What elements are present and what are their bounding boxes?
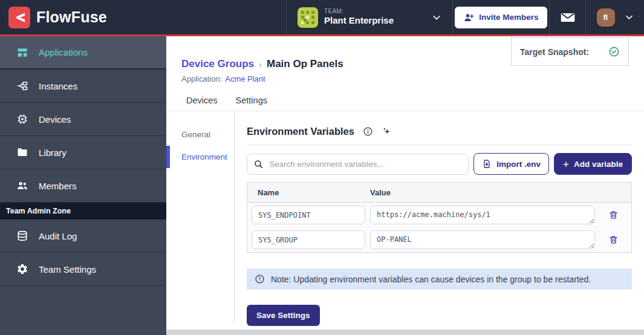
subnav-general-label: General <box>181 130 210 139</box>
check-circle-icon <box>608 46 620 57</box>
instances-icon <box>16 79 29 93</box>
chevron-down-icon <box>625 13 634 22</box>
sidebar-item-label: Audit Log <box>39 231 77 241</box>
sidebar-item-label: Instances <box>39 81 77 91</box>
active-indicator <box>166 146 170 168</box>
sparkles-icon[interactable] <box>382 126 392 137</box>
target-snapshot-box: Target Snapshot: <box>511 37 629 66</box>
sidebar-nav: Applications Instances Devices Library M… <box>0 36 166 335</box>
invite-members-label: Invite Members <box>479 13 538 22</box>
team-name: Plant Enterprise <box>324 15 426 27</box>
application-link[interactable]: Acme Plant <box>225 74 265 83</box>
var-name-input[interactable] <box>252 230 365 249</box>
tab-devices[interactable]: Devices <box>186 96 218 111</box>
column-header-name: Name <box>247 188 365 197</box>
chevron-down-icon <box>432 13 441 22</box>
team-admin-zone-label: Team Admin Zone <box>0 203 166 220</box>
team-avatar-icon <box>298 7 318 28</box>
subnav-environment-label: Environment <box>181 152 227 161</box>
application-line: Application: Acme Plant <box>181 74 629 83</box>
main-content: Device Groups › Main Op Panels Applicati… <box>166 36 644 335</box>
environment-panel: Environment Variables <box>235 111 644 322</box>
sidebar-item-applications[interactable]: Applications <box>0 36 166 70</box>
page-header: Device Groups › Main Op Panels Applicati… <box>166 36 644 83</box>
import-env-button[interactable]: Import .env <box>473 153 549 175</box>
sidebar-item-label: Devices <box>39 114 71 125</box>
applications-icon <box>16 46 29 59</box>
flowfuse-app: FlowFuse TEAM: Plant Enterprise <box>0 0 644 335</box>
folder-icon <box>16 146 29 159</box>
tab-settings[interactable]: Settings <box>236 96 267 111</box>
restart-note-text: Note: Updating environment variables can… <box>271 275 591 284</box>
search-icon <box>253 159 264 169</box>
sidebar-item-devices[interactable]: Devices <box>0 103 166 136</box>
save-settings-button[interactable]: Save Settings <box>247 305 320 326</box>
subnav-item-general[interactable]: General <box>166 123 234 146</box>
invite-section: Invite Members <box>452 0 549 34</box>
section-header: Environment Variables <box>247 126 632 145</box>
database-icon <box>16 229 29 242</box>
delete-variable-button[interactable] <box>608 235 619 245</box>
row-action-cell <box>595 235 631 245</box>
env-toolbar: Import .env + Add variable <box>247 153 632 175</box>
section-title: Environment Variables <box>247 126 354 137</box>
sidebar-item-instances[interactable]: Instances <box>0 70 166 103</box>
page-title: Main Op Panels <box>267 58 343 70</box>
table-row: OP-PANEL <box>247 227 631 252</box>
user-avatar: fl <box>597 8 615 27</box>
table-row: https://acme.machine/sys/1 <box>247 203 631 227</box>
people-icon <box>16 179 29 192</box>
target-snapshot-label: Target Snapshot: <box>520 47 589 57</box>
document-download-icon <box>482 159 492 169</box>
gear-icon <box>16 262 29 276</box>
settings-body: General Environment Environment Variable… <box>166 111 644 322</box>
invite-members-button[interactable]: Invite Members <box>455 7 547 28</box>
plus-icon: + <box>563 159 569 169</box>
env-variables-table: Name Value https://acme.machine/sys/1 <box>247 182 632 253</box>
tab-bar: Devices Settings <box>166 83 644 111</box>
sidebar-item-label: Team Settings <box>39 264 96 275</box>
var-value-input[interactable]: OP-PANEL <box>370 230 595 249</box>
notifications-button[interactable] <box>549 0 585 34</box>
var-name-input[interactable] <box>252 206 365 224</box>
trash-icon <box>608 235 619 245</box>
trash-icon <box>608 210 619 220</box>
import-env-label: Import .env <box>496 160 541 169</box>
add-variable-button[interactable]: + Add variable <box>554 153 632 175</box>
sidebar-item-library[interactable]: Library <box>0 136 166 169</box>
breadcrumb-separator: › <box>259 59 262 70</box>
top-header: FlowFuse TEAM: Plant Enterprise <box>0 0 644 36</box>
user-menu[interactable]: fl <box>585 0 644 34</box>
column-header-value: Value <box>365 188 595 197</box>
exclamation-circle-icon <box>255 274 265 284</box>
chip-icon <box>16 112 29 126</box>
settings-subnav: General Environment <box>166 111 235 322</box>
brand-name: FlowFuse <box>36 8 107 26</box>
application-label: Application: <box>181 74 222 83</box>
delete-variable-button[interactable] <box>608 210 619 220</box>
sidebar-item-team-settings[interactable]: Team Settings <box>0 253 166 286</box>
sidebar-item-members[interactable]: Members <box>0 169 166 203</box>
search-box <box>247 154 469 175</box>
header-spacer <box>166 0 286 34</box>
restart-note-banner: Note: Updating environment variables can… <box>247 268 632 290</box>
sidebar-item-label: Applications <box>39 47 88 57</box>
search-input[interactable] <box>269 160 462 169</box>
team-switcher[interactable]: TEAM: Plant Enterprise <box>286 0 452 34</box>
info-icon[interactable] <box>363 126 373 137</box>
sidebar-item-audit-log[interactable]: Audit Log <box>0 220 166 253</box>
team-text: TEAM: Plant Enterprise <box>324 8 426 27</box>
table-header-row: Name Value <box>247 183 631 203</box>
subnav-item-environment[interactable]: Environment <box>166 146 234 168</box>
sidebar-item-label: Library <box>39 148 67 158</box>
brand-home-link[interactable]: FlowFuse <box>0 0 166 34</box>
breadcrumb-device-groups-link[interactable]: Device Groups <box>181 58 254 70</box>
envelope-icon <box>560 10 576 25</box>
person-plus-icon <box>463 12 474 23</box>
var-value-input[interactable]: https://acme.machine/sys/1 <box>370 206 595 224</box>
team-label: TEAM: <box>324 8 426 16</box>
sidebar-item-label: Members <box>39 181 77 191</box>
flowfuse-logo-icon <box>8 7 30 28</box>
row-action-cell <box>595 210 631 220</box>
horizontal-scrollbar[interactable] <box>166 330 644 335</box>
